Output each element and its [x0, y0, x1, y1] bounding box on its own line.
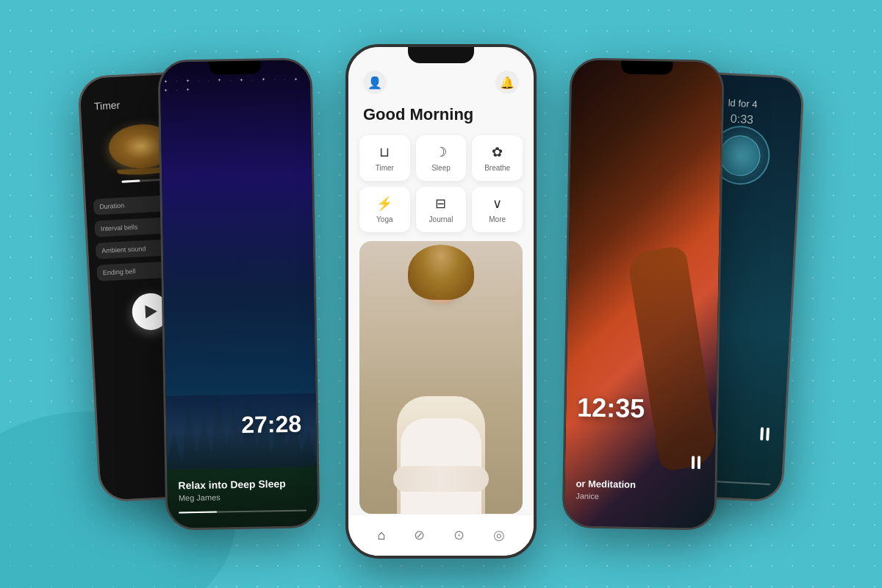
phone-right-screen: 12:35 or Meditation Janice — [564, 60, 722, 528]
center-notch — [408, 47, 474, 63]
meditation-info: or Meditation Janice — [576, 478, 636, 501]
sleep-icon: ☽ — [435, 144, 447, 160]
breathe-grid-item[interactable]: ✿ Breathe — [472, 135, 523, 181]
right-timer: 12:35 — [577, 392, 645, 424]
phone-left: 27:28 Relax into Deep Sleep Meg James — [157, 57, 320, 531]
sleep-author: Meg James — [179, 492, 286, 503]
sleep-info: Relax into Deep Sleep Meg James — [178, 478, 286, 503]
breathe-timer: 0:33 — [730, 112, 753, 127]
notification-icon[interactable]: 🔔 — [495, 71, 519, 94]
bottom-nav: ⌂ ⊘ ⊙ ◎ — [348, 514, 534, 556]
person-photo — [359, 241, 523, 514]
home-nav-icon[interactable]: ⌂ — [373, 524, 389, 547]
left-notch — [209, 60, 260, 74]
yoga-grid-item[interactable]: ⚡ Yoga — [359, 187, 410, 232]
journal-label: Journal — [429, 215, 453, 223]
profile-icon[interactable]: 👤 — [363, 71, 387, 94]
yoga-icon: ⚡ — [376, 196, 392, 212]
phone-left-screen: 27:28 Relax into Deep Sleep Meg James — [159, 60, 318, 528]
center-header: 👤 🔔 — [348, 67, 534, 101]
journal-icon: ⊟ — [435, 196, 446, 212]
arms — [393, 466, 489, 492]
far-right-pause-bar-2 — [766, 428, 770, 441]
far-right-pause-bar-1 — [760, 427, 764, 440]
more-label: More — [489, 215, 506, 223]
breathe-label: Breathe — [484, 164, 510, 172]
phone-center: 👤 🔔 Good Morning ⊔ Timer ☽ Sleep ✿ Breat… — [345, 44, 537, 559]
breathe-circle-inner — [719, 134, 761, 176]
timer-icon: ⊔ — [379, 144, 390, 160]
med-author: Janice — [576, 491, 636, 501]
right-pause-button[interactable] — [692, 456, 700, 469]
phone-right: 12:35 or Meditation Janice — [562, 57, 724, 531]
more-grid-item[interactable]: ∨ More — [472, 187, 523, 232]
feature-grid: ⊔ Timer ☽ Sleep ✿ Breathe ⚡ Yoga ⊟ Jou — [348, 135, 534, 232]
yoga-label: Yoga — [376, 215, 392, 223]
featured-card[interactable] — [359, 241, 523, 514]
center-screen: 👤 🔔 Good Morning ⊔ Timer ☽ Sleep ✿ Breat… — [348, 47, 534, 556]
timer-grid-item[interactable]: ⊔ Timer — [359, 135, 410, 181]
person-body — [397, 396, 485, 514]
timer-label: Timer — [376, 164, 394, 172]
hold-text: ld for 4 — [728, 97, 757, 110]
sleep-grid-item[interactable]: ☽ Sleep — [416, 135, 467, 181]
more-icon: ∨ — [492, 196, 502, 212]
journal-grid-item[interactable]: ⊟ Journal — [416, 187, 467, 232]
bookmark-nav-icon[interactable]: ⊘ — [410, 523, 429, 547]
far-right-pause[interactable] — [760, 427, 770, 441]
pause-bar-2 — [698, 456, 700, 469]
sleep-title: Relax into Deep Sleep — [178, 478, 286, 492]
phones-container: Timer Duration Interval bells Ambient so… — [110, 29, 772, 559]
right-notch — [621, 60, 673, 74]
med-title: or Meditation — [576, 478, 636, 490]
far-left-progress — [121, 179, 165, 183]
play-icon — [145, 304, 157, 318]
search-nav-icon[interactable]: ⊙ — [450, 523, 468, 547]
far-left-title: Timer — [94, 99, 121, 112]
profile-nav-icon[interactable]: ◎ — [490, 523, 509, 547]
pause-bar-1 — [692, 456, 695, 469]
greeting-text: Good Morning — [348, 101, 534, 135]
breathe-icon: ✿ — [492, 144, 503, 160]
left-timer: 27:28 — [241, 411, 301, 439]
sleep-label: Sleep — [431, 164, 451, 172]
